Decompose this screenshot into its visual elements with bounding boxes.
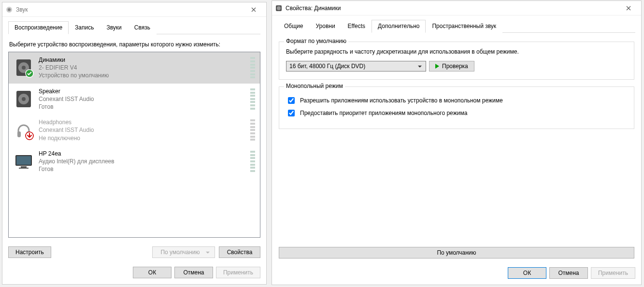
exclusive-mode-group: Монопольный режим Разрешить приложениям … — [279, 86, 634, 129]
device-item[interactable]: Speaker Conexant ISST Audio Готов — [9, 84, 260, 115]
titlebar: Свойства: Динамики — [272, 1, 641, 15]
device-item[interactable]: Динамики 2- EDIFIER V4 Устройство по умо… — [9, 52, 260, 84]
device-item[interactable]: Headphones Conexant ISST Audio Не подклю… — [9, 115, 260, 146]
tab-strip: Общие Уровни Effects Дополнительно Прост… — [278, 19, 635, 33]
configure-button[interactable]: Настроить — [8, 246, 51, 258]
tab-levels[interactable]: Уровни — [309, 20, 341, 33]
monitor-icon — [14, 151, 34, 172]
checkbox-label: Предоставить приоритет приложениям моноп… — [300, 110, 467, 116]
dialog-footer: ОК Отмена Применить — [8, 263, 260, 278]
tab-strip: Воспроизведение Запись Звуки Связь — [8, 21, 260, 34]
ok-button[interactable]: ОК — [133, 267, 172, 278]
format-desc: Выберите разрядность и частоту дискретиз… — [286, 48, 627, 56]
device-sub: Conexant ISST Audio — [39, 95, 245, 103]
device-text: Speaker Conexant ISST Audio Готов — [39, 87, 245, 111]
test-button[interactable]: Проверка — [429, 61, 474, 72]
exclusive-priority-checkbox[interactable]: Предоставить приоритет приложениям моноп… — [286, 108, 627, 118]
device-sub: 2- EDIFIER V4 — [39, 64, 245, 72]
group-legend: Формат по умолчанию — [284, 38, 348, 44]
allow-exclusive-checkbox[interactable]: Разрешить приложениям использовать устро… — [286, 96, 627, 105]
close-button[interactable] — [244, 2, 263, 17]
level-meter — [250, 119, 255, 141]
properties-button[interactable]: Свойства — [219, 246, 260, 258]
window-title: Свойства: Динамики — [286, 5, 619, 12]
level-meter — [250, 151, 255, 172]
device-name: Headphones — [39, 118, 245, 126]
cancel-button[interactable]: Отмена — [549, 267, 588, 279]
headphones-icon — [14, 120, 34, 140]
svg-point-1 — [8, 8, 11, 11]
sound-window: Звук Воспроизведение Запись Звуки Связь … — [2, 2, 267, 285]
svg-rect-16 — [21, 166, 27, 168]
device-text: HP 24ea Аудио Intel(R) для дисплеев Гото… — [39, 150, 245, 173]
device-sub: Conexant ISST Audio — [39, 126, 245, 134]
tab-effects[interactable]: Effects — [342, 20, 372, 33]
device-item[interactable]: HP 24ea Аудио Intel(R) для дисплеев Гото… — [9, 146, 260, 177]
tab-communications[interactable]: Связь — [128, 21, 157, 34]
sound-icon — [5, 6, 13, 14]
format-selected: 16 бит, 48000 Гц (Диск DVD) — [289, 63, 365, 70]
svg-point-19 — [277, 6, 281, 10]
checkbox-input[interactable] — [288, 110, 295, 116]
format-select[interactable]: 16 бит, 48000 Гц (Диск DVD) — [286, 61, 426, 72]
speaker-icon — [14, 89, 34, 109]
group-legend: Монопольный режим — [284, 83, 345, 89]
properties-window: Свойства: Динамики Общие Уровни Effects … — [272, 0, 642, 285]
ok-button[interactable]: ОК — [508, 267, 546, 279]
device-status: Готов — [39, 165, 245, 173]
window-title: Звук — [16, 6, 244, 13]
device-name: Speaker — [39, 87, 245, 95]
set-default-button[interactable]: По умолчанию — [152, 246, 215, 258]
svg-rect-15 — [16, 156, 31, 165]
device-status: Готов — [39, 103, 245, 111]
checkbox-input[interactable] — [288, 97, 295, 104]
tab-playback[interactable]: Воспроизведение — [8, 21, 69, 34]
titlebar: Звук — [2, 2, 266, 17]
restore-defaults-row: По умолчанию — [279, 247, 634, 258]
client-area: Воспроизведение Запись Звуки Связь Выбер… — [2, 17, 266, 284]
default-format-group: Формат по умолчанию Выберите разрядность… — [279, 42, 634, 80]
apply-button[interactable]: Применить — [591, 267, 635, 279]
svg-point-8 — [22, 97, 26, 101]
checkbox-label: Разрешить приложениям использовать устро… — [300, 97, 503, 104]
svg-rect-9 — [17, 131, 21, 137]
dialog-footer: ОК Отмена Применить — [278, 263, 635, 279]
level-meter — [250, 88, 255, 110]
tab-general[interactable]: Общие — [278, 20, 309, 33]
close-button[interactable] — [619, 1, 638, 15]
instruction-text: Выберите устройство воспроизведения, пар… — [9, 41, 259, 48]
device-text: Динамики 2- EDIFIER V4 Устройство по умо… — [39, 56, 245, 80]
level-meter — [250, 57, 255, 78]
tab-advanced[interactable]: Дополнительно — [372, 20, 426, 33]
apply-button[interactable]: Применить — [216, 267, 260, 278]
device-sub: Аудио Intel(R) для дисплеев — [39, 158, 245, 165]
device-name: Динамики — [39, 56, 245, 64]
device-status: Не подключено — [39, 134, 245, 142]
device-name: HP 24ea — [39, 150, 245, 158]
tab-sounds[interactable]: Звуки — [100, 21, 128, 34]
client-area: Общие Уровни Effects Дополнительно Прост… — [272, 15, 641, 285]
action-row: Настроить По умолчанию Свойства — [8, 246, 260, 258]
restore-defaults-button[interactable]: По умолчанию — [279, 247, 634, 258]
device-list: Динамики 2- EDIFIER V4 Устройство по умо… — [8, 52, 260, 238]
speaker-icon — [275, 4, 283, 12]
device-text: Headphones Conexant ISST Audio Не подклю… — [39, 118, 245, 142]
cancel-button[interactable]: Отмена — [174, 267, 213, 278]
speaker-icon — [14, 57, 34, 78]
test-label: Проверка — [442, 63, 468, 70]
device-status: Устройство по умолчанию — [39, 72, 245, 79]
tab-recording[interactable]: Запись — [69, 21, 100, 34]
tab-spatial[interactable]: Пространственный звук — [426, 20, 502, 33]
svg-rect-17 — [19, 168, 29, 169]
play-icon — [435, 64, 439, 69]
